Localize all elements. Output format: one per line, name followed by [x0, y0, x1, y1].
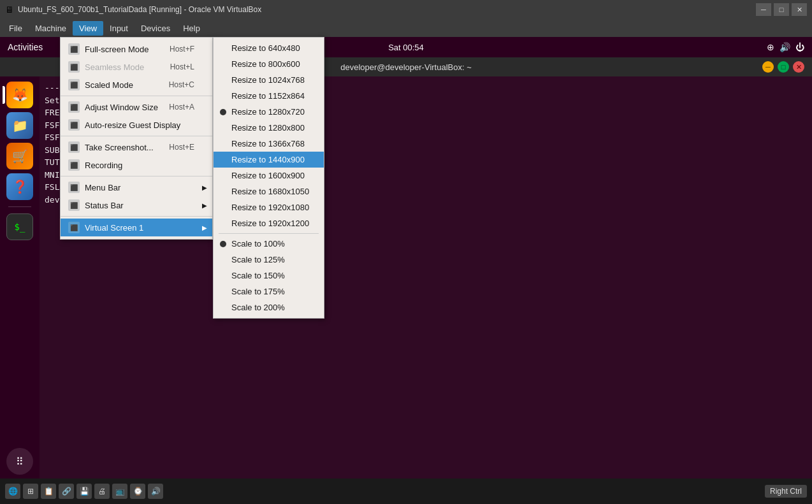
scale-200[interactable]: Scale to 200%: [214, 299, 324, 315]
autoresize-icon: ⬛: [68, 119, 80, 131]
terminal-close[interactable]: ✕: [793, 61, 804, 73]
vbox-icon: 🖥: [5, 4, 14, 15]
resize-1440x900[interactable]: Resize to 1440x900: [214, 152, 324, 168]
terminal-controls: ─ □ ✕: [762, 61, 804, 73]
ubuntu-sidebar: 🦊 📁 🛒 ❓ $_ ⠿: [0, 76, 40, 485]
terminal-minimize[interactable]: ─: [762, 61, 774, 73]
title-bar-left: 🖥 Ubuntu_FS_600_700b1_TutorialDada [Runn…: [5, 4, 261, 15]
menubar-icon: ⬛: [68, 182, 80, 193]
menu-item-view[interactable]: View: [73, 21, 103, 36]
menu-recording[interactable]: ⬛ Recording: [61, 156, 212, 174]
taskbar-left: 🌐 ⊞ 📋 🔗 💾 🖨 📺 ⌚ 🔊: [5, 484, 163, 499]
resize-1152x864[interactable]: Resize to 1152x864: [214, 88, 324, 104]
taskbar-icon-8[interactable]: ⌚: [130, 484, 145, 499]
recording-icon: ⬛: [68, 159, 80, 171]
close-button[interactable]: ✕: [792, 3, 807, 16]
sidebar-show-apps[interactable]: ⠿: [6, 448, 33, 475]
taskbar-icon-9[interactable]: 🔊: [148, 484, 163, 499]
title-bar-text: Ubuntu_FS_600_700b1_TutorialDada [Runnin…: [18, 5, 261, 14]
resize-1920x1200[interactable]: Resize to 1920x1200: [214, 215, 324, 231]
menu-adjust-window[interactable]: ⬛ Adjust Window Size Host+A: [61, 98, 212, 116]
menu-item-input[interactable]: Input: [103, 21, 134, 36]
menu-autoresize[interactable]: ⬛ Auto-resize Guest Display: [61, 116, 212, 134]
minimize-button[interactable]: ─: [756, 3, 771, 16]
taskbar-right: Right Ctrl: [765, 485, 807, 498]
title-bar: 🖥 Ubuntu_FS_600_700b1_TutorialDada [Runn…: [0, 0, 812, 19]
taskbar-icon-1[interactable]: 🌐: [5, 484, 20, 499]
menu-item-machine[interactable]: Machine: [29, 21, 73, 36]
resize-1024x768[interactable]: Resize to 1024x768: [214, 72, 324, 88]
network-icon: ⊕: [767, 42, 774, 52]
statusbar-icon: ⬛: [68, 199, 80, 211]
sidebar-app-help[interactable]: ❓: [6, 173, 33, 200]
screenshot-icon: ⬛: [68, 141, 80, 153]
taskbar-icon-2[interactable]: ⊞: [23, 484, 38, 499]
menu-item-file[interactable]: File: [3, 21, 29, 36]
menu-item-devices[interactable]: Devices: [134, 21, 177, 36]
separator-4: [61, 216, 212, 217]
scale-125[interactable]: Scale to 125%: [214, 252, 324, 268]
resize-1600x900[interactable]: Resize to 1600x900: [214, 168, 324, 184]
activities-button[interactable]: Activities: [8, 42, 43, 52]
resize-1366x768[interactable]: Resize to 1366x768: [214, 136, 324, 152]
taskbar-icon-3[interactable]: 📋: [41, 484, 56, 499]
virtual-screen-submenu[interactable]: Resize to 640x480 Resize to 800x600 Resi…: [213, 37, 324, 319]
separator-1: [61, 96, 212, 96]
maximize-button[interactable]: □: [774, 3, 789, 16]
resize-1280x720[interactable]: Resize to 1280x720: [214, 104, 324, 120]
terminal-title-text: developer@developer-VirtualBox: ~: [340, 62, 472, 72]
menu-fullscreen[interactable]: ⬛ Full-screen Mode Host+F: [61, 40, 212, 58]
sidebar-app-files[interactable]: 📁: [6, 112, 33, 139]
scale-150[interactable]: Scale to 150%: [214, 268, 324, 284]
taskbar-icon-4[interactable]: 🔗: [59, 484, 74, 499]
sidebar-divider: [8, 206, 31, 207]
taskbar-icon-7[interactable]: 📺: [112, 484, 127, 499]
scale-separator: [219, 233, 319, 234]
taskbar-icon-6[interactable]: 🖨: [94, 484, 110, 499]
resize-1280x800[interactable]: Resize to 1280x800: [214, 120, 324, 136]
separator-3: [61, 176, 212, 176]
seamless-icon: ⬛: [68, 61, 80, 73]
resize-1920x1080[interactable]: Resize to 1920x1080: [214, 199, 324, 215]
dots-icon: ⠿: [16, 456, 24, 468]
volume-icon: 🔊: [779, 42, 790, 52]
radio-1280x720: [220, 109, 226, 115]
menu-menubar[interactable]: ⬛ Menu Bar: [61, 178, 212, 196]
menu-seamless[interactable]: ⬛ Seamless Mode Host+L: [61, 58, 212, 76]
help-icon: ❓: [12, 179, 28, 194]
sidebar-app-firefox[interactable]: 🦊: [6, 82, 33, 108]
menu-virtual-screen[interactable]: ⬛ Virtual Screen 1: [61, 219, 212, 236]
terminal-maximize[interactable]: □: [778, 61, 789, 73]
radio-scale-100: [220, 241, 226, 247]
title-bar-controls: ─ □ ✕: [756, 3, 807, 16]
software-icon: 🛒: [12, 148, 28, 164]
scaled-icon: ⬛: [68, 79, 80, 90]
menu-scaled[interactable]: ⬛ Scaled Mode Host+C: [61, 76, 212, 94]
scale-175[interactable]: Scale to 175%: [214, 284, 324, 299]
resize-1680x1050[interactable]: Resize to 1680x1050: [214, 184, 324, 199]
gnome-top-right-icons: ⊕ 🔊 ⏻: [767, 42, 804, 52]
separator-2: [61, 136, 212, 136]
terminal-icon: $_: [15, 222, 25, 232]
bottom-taskbar: 🌐 ⊞ 📋 🔗 💾 🖨 📺 ⌚ 🔊 Right Ctrl: [0, 479, 812, 504]
view-menu-dropdown[interactable]: ⬛ Full-screen Mode Host+F ⬛ Seamless Mod…: [60, 37, 213, 240]
files-icon: 📁: [12, 118, 28, 133]
sidebar-app-terminal[interactable]: $_: [6, 213, 33, 240]
scale-100[interactable]: Scale to 100%: [214, 236, 324, 252]
sidebar-app-software[interactable]: 🛒: [6, 143, 33, 169]
taskbar-icon-5[interactable]: 💾: [76, 484, 92, 499]
adjust-icon: ⬛: [68, 101, 80, 113]
power-icon: ⏻: [795, 42, 804, 52]
menu-statusbar[interactable]: ⬛ Status Bar: [61, 196, 212, 214]
virtualbox-menu-bar: File Machine View Input Devices Help: [0, 19, 812, 37]
resize-640x480[interactable]: Resize to 640x480: [214, 40, 324, 56]
firefox-icon: 🦊: [12, 87, 28, 103]
virtualscreen-icon: ⬛: [68, 222, 80, 233]
menu-screenshot[interactable]: ⬛ Take Screenshot... Host+E: [61, 138, 212, 156]
menu-item-help[interactable]: Help: [177, 21, 207, 36]
fullscreen-icon: ⬛: [68, 43, 80, 55]
right-ctrl-label: Right Ctrl: [765, 485, 807, 498]
resize-800x600[interactable]: Resize to 800x600: [214, 56, 324, 72]
gnome-clock: Sat 00:54: [388, 43, 424, 52]
